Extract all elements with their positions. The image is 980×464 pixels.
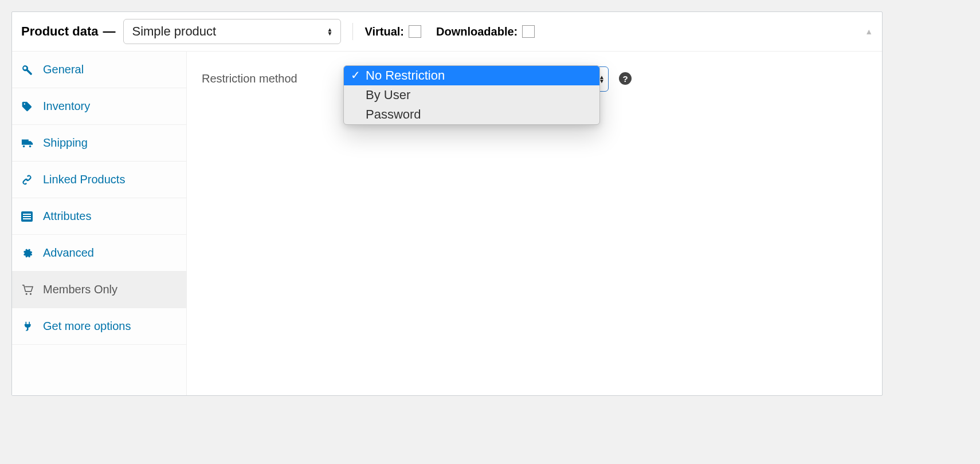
- truck-icon: [21, 137, 37, 149]
- title-dash: —: [103, 24, 115, 39]
- restriction-select-wrap: ▲▼ No Restriction By User Password: [345, 66, 609, 92]
- product-data-panel: Product data — Simple product ▲▼ Virtual…: [11, 11, 883, 396]
- tab-label: Linked Products: [43, 173, 125, 186]
- panel-body: General Inventory Shipping Linked Produc…: [12, 52, 882, 395]
- tab-advanced[interactable]: Advanced: [12, 235, 186, 272]
- panel-title: Product data: [21, 24, 98, 39]
- dropdown-option-password[interactable]: Password: [344, 105, 599, 124]
- list-icon: [21, 211, 37, 222]
- tab-inventory[interactable]: Inventory: [12, 88, 186, 125]
- virtual-checkbox[interactable]: [409, 25, 421, 38]
- tab-label: Attributes: [43, 210, 91, 223]
- tab-label: Get more options: [43, 320, 131, 333]
- vertical-separator: [352, 23, 353, 40]
- svg-point-4: [26, 293, 28, 294]
- dropdown-option-no-restriction[interactable]: No Restriction: [344, 66, 599, 85]
- tab-label: General: [43, 63, 84, 76]
- tab-label: Inventory: [43, 100, 90, 113]
- wrench-icon: [21, 64, 37, 76]
- cart-icon: [21, 284, 37, 296]
- tab-content: Restriction method ▲▼ No Restriction By …: [187, 52, 882, 395]
- help-icon[interactable]: ?: [619, 72, 632, 85]
- plug-icon: [21, 321, 37, 332]
- panel-header: Product data — Simple product ▲▼ Virtual…: [12, 12, 882, 52]
- dropdown-option-by-user[interactable]: By User: [344, 85, 599, 105]
- restriction-method-dropdown: No Restriction By User Password: [343, 65, 600, 125]
- tab-get-more-options[interactable]: Get more options: [12, 308, 186, 345]
- collapse-toggle-icon[interactable]: ▲: [865, 27, 873, 36]
- downloadable-label: Downloadable:: [436, 25, 518, 38]
- tab-general[interactable]: General: [12, 52, 186, 88]
- tab-shipping[interactable]: Shipping: [12, 125, 186, 162]
- svg-rect-2: [23, 216, 31, 217]
- svg-rect-3: [23, 218, 31, 219]
- virtual-label: Virtual:: [364, 25, 404, 38]
- svg-point-5: [30, 293, 32, 294]
- tag-icon: [21, 101, 37, 112]
- restriction-method-row: Restriction method ▲▼ No Restriction By …: [202, 66, 867, 92]
- product-type-select[interactable]: Simple product ▲▼: [123, 19, 341, 44]
- side-tabs: General Inventory Shipping Linked Produc…: [12, 52, 187, 395]
- downloadable-checkbox[interactable]: [522, 25, 535, 38]
- tab-attributes[interactable]: Attributes: [12, 198, 186, 235]
- tab-members-only[interactable]: Members Only: [12, 272, 186, 308]
- tab-label: Members Only: [43, 283, 117, 296]
- product-type-value: Simple product: [132, 24, 216, 39]
- gear-icon: [21, 247, 37, 259]
- sort-arrows-icon: ▲▼: [327, 27, 333, 36]
- link-icon: [21, 174, 37, 186]
- svg-rect-1: [23, 214, 31, 215]
- tab-label: Advanced: [43, 246, 94, 259]
- tab-label: Shipping: [43, 136, 88, 150]
- restriction-method-label: Restriction method: [202, 66, 345, 85]
- tab-linked-products[interactable]: Linked Products: [12, 162, 186, 198]
